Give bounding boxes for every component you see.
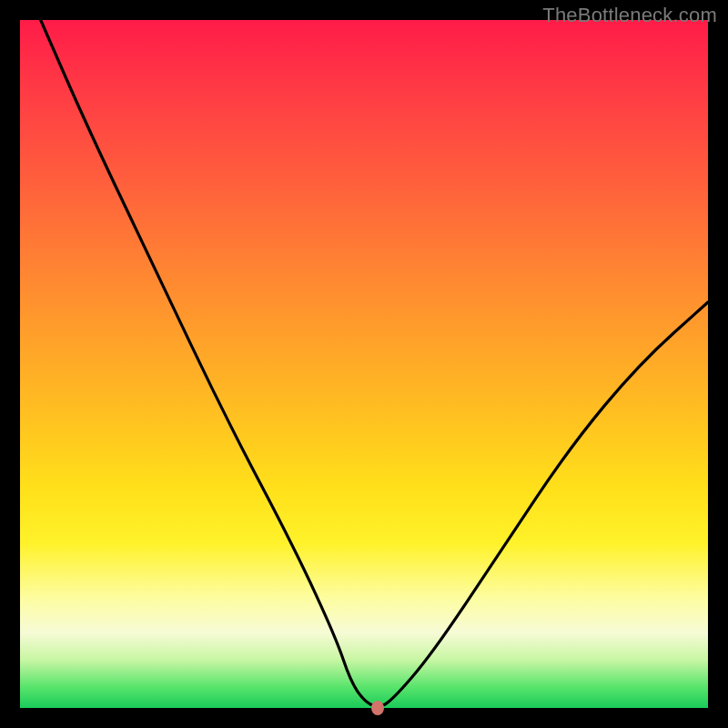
bottleneck-curve	[20, 20, 708, 708]
chart-frame: TheBottleneck.com	[0, 0, 728, 728]
watermark-text: TheBottleneck.com	[542, 4, 717, 27]
plot-area	[20, 20, 708, 708]
minimum-marker	[371, 701, 384, 715]
